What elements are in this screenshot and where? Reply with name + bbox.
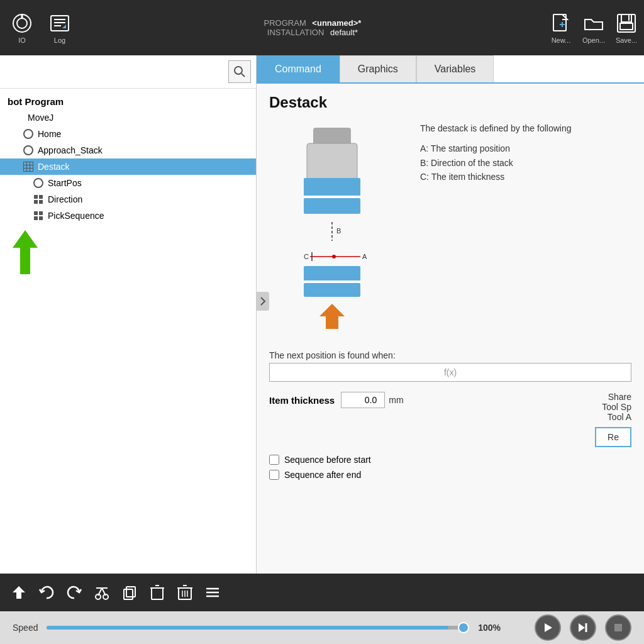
top-toolbar: IO Log PROGRAM <unnamed>* INSTALLATION d… [0,0,644,55]
stop-button[interactable] [605,614,631,641]
item-thickness-label: Item thickness [269,395,335,406]
step-forward-button[interactable] [570,614,596,641]
svg-rect-39 [304,283,360,297]
svg-rect-47 [124,589,133,599]
svg-rect-11 [621,14,631,22]
svg-rect-29 [304,198,360,214]
io-button[interactable]: IO [6,12,38,44]
menu-button[interactable] [201,581,224,604]
svg-rect-16 [34,195,38,199]
program-name: <unnamed>* [312,18,361,28]
tab-bar: Command Graphics Variables [257,55,644,84]
sequence-after-checkbox[interactable] [269,470,279,480]
svg-rect-49 [152,588,163,599]
svg-text:A: A [362,253,367,260]
speed-bar: Speed 100% [0,611,644,644]
thickness-input-area: 0.0 mm [341,392,403,408]
delete-button[interactable] [146,581,169,604]
copy-button[interactable] [118,581,141,604]
sequence-before-checkbox[interactable] [269,455,279,465]
svg-marker-62 [579,623,585,632]
thickness-value[interactable]: 0.0 [341,392,385,408]
svg-marker-24 [13,230,38,274]
open-button[interactable]: Open... [582,12,605,44]
new-label: New... [552,36,571,44]
svg-line-15 [242,74,245,77]
svg-rect-17 [39,195,43,199]
new-button[interactable]: New... [550,12,572,44]
tree-item-startpos[interactable]: StartPos [0,175,256,191]
svg-text:B: B [336,227,341,235]
svg-rect-37 [304,266,360,282]
svg-rect-28 [304,196,360,198]
command-content: Destack [257,84,644,574]
cut-button[interactable] [91,581,113,604]
next-position-label: The next position is found when: [269,350,631,360]
sequence-after-row: Sequence after end [269,470,631,480]
tab-graphics[interactable]: Graphics [340,55,416,82]
tree-item-movej[interactable]: MoveJ [0,109,256,126]
tree-item-home[interactable]: Home [0,126,256,142]
pickseq-icon [33,210,44,221]
speed-track[interactable] [47,626,469,630]
save-label: Save... [616,36,637,44]
destack-diagram: B C A [269,121,408,338]
file-buttons: New... Open... Save... [550,12,638,44]
startpos-icon [33,177,44,189]
installation-label: INSTALLATION [267,28,325,37]
svg-marker-41 [13,586,25,599]
green-up-arrow [13,230,256,276]
tree-item-approach[interactable]: Approach_Stack [0,142,256,158]
installation-name: default* [330,28,358,37]
log-button[interactable]: Log [44,12,75,44]
tree-item-picksequence[interactable]: PickSequence [0,208,256,224]
svg-rect-23 [39,216,43,220]
left-panel: bot Program MoveJ Home Approach_Stack De… [0,55,257,574]
diagram-description: The destack is defined by the following … [420,121,631,184]
search-button[interactable] [228,60,251,83]
home-icon [23,128,34,140]
svg-rect-19 [39,200,43,204]
sequence-before-label: Sequence before start [284,455,371,465]
undo-button[interactable] [35,581,58,604]
svg-rect-38 [304,280,360,283]
svg-rect-27 [304,178,360,197]
down-arrow-button[interactable] [8,581,30,604]
svg-rect-20 [34,211,38,215]
movej-icon [13,112,24,123]
svg-rect-26 [307,143,357,181]
svg-rect-21 [39,211,43,215]
svg-point-1 [17,18,27,28]
panel-toggle-button[interactable] [257,292,269,311]
sequence-before-row: Sequence before start [269,455,631,465]
destack-title: Destack [269,94,631,111]
svg-point-14 [235,67,242,74]
log-label: Log [54,36,65,44]
direction-icon [33,194,44,205]
svg-rect-12 [620,23,633,30]
tree-item-destack[interactable]: Destack [0,158,256,175]
svg-rect-48 [126,587,135,597]
speed-label: Speed [13,623,38,633]
share-section: Share Tool Sp Tool A Re [595,392,631,447]
tab-command[interactable]: Command [257,55,340,82]
speed-handle[interactable] [458,622,469,633]
reset-button[interactable]: Re [595,427,631,447]
svg-marker-40 [319,304,345,329]
svg-marker-61 [545,623,552,632]
save-button[interactable]: Save... [615,12,638,44]
redo-button[interactable] [63,581,86,604]
tab-variables[interactable]: Variables [416,55,494,82]
sequence-after-label: Sequence after end [284,470,361,480]
program-info: PROGRAM <unnamed>* INSTALLATION default* [82,18,543,37]
trash-button[interactable] [174,581,196,604]
play-button[interactable] [535,614,561,641]
svg-rect-64 [614,624,622,631]
speed-fill [47,626,448,630]
search-bar [0,55,256,89]
program-tree: bot Program MoveJ Home Approach_Stack De… [0,89,256,281]
svg-rect-22 [34,216,38,220]
program-tree-title: bot Program [0,94,256,109]
fx-input[interactable]: f(x) [269,363,631,382]
tree-item-direction[interactable]: Direction [0,191,256,208]
